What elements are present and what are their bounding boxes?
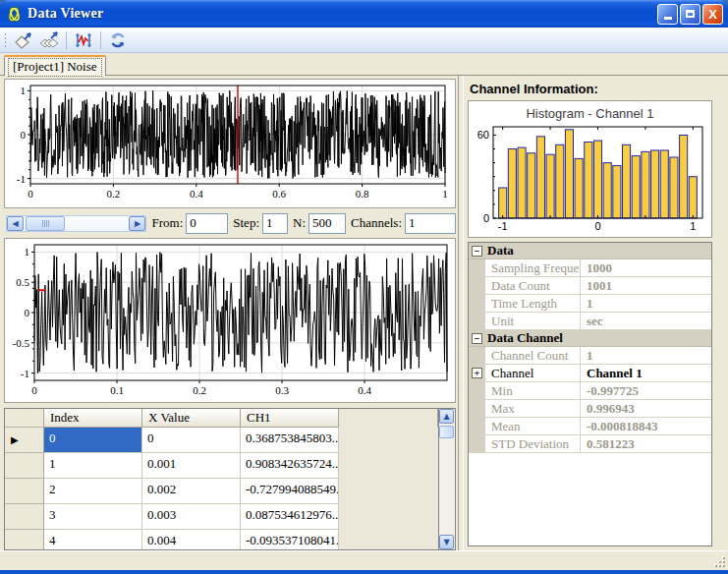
svg-text:-1: -1 — [21, 368, 29, 379]
row-filler — [339, 530, 438, 549]
table-row[interactable]: 40.004-0.093537108041... — [5, 530, 438, 549]
property-row-unit[interactable]: Unitsec — [469, 313, 711, 330]
signal-overview-canvas[interactable]: 00.20.40.60.8110-1 — [5, 80, 453, 205]
property-row-std-deviation[interactable]: STD Deviation0.581223 — [469, 435, 711, 453]
column-header-x-value[interactable]: X Value — [142, 409, 241, 428]
property-row-time-length[interactable]: Time Length1 — [469, 295, 711, 313]
step-input[interactable] — [262, 213, 288, 234]
signal-detail-plot[interactable]: 00.10.20.30.410.50-0.5-1 — [4, 238, 456, 403]
row-selector[interactable] — [5, 504, 44, 530]
channel-info-pane: Channel Information: Histogram - Channel… — [464, 76, 720, 550]
tab-project1-noise[interactable]: [Project1] Noise — [4, 55, 106, 76]
table-cell[interactable]: 4 — [44, 530, 142, 549]
data-grid: IndexX ValueCH1▶000.368753845803...10.00… — [5, 409, 438, 549]
table-row[interactable]: 20.002-0.727994088549... — [5, 479, 438, 504]
scroll-up-button[interactable]: ▲ — [439, 409, 454, 424]
svg-text:0: 0 — [31, 384, 37, 396]
diamond-arrow-icon — [14, 30, 33, 50]
maximize-button[interactable] — [680, 4, 700, 25]
table-cell[interactable]: 0.368753845803... — [241, 428, 339, 453]
table-scrollbar-thumb[interactable] — [439, 426, 454, 438]
signal-overview-plot[interactable]: 00.20.40.60.8110-1 — [4, 79, 456, 208]
signal-detail-canvas[interactable]: 00.10.20.30.410.50-0.5-1 — [5, 239, 453, 400]
histogram-title: Histogram - Channel 1 — [469, 101, 711, 123]
n-input[interactable] — [308, 213, 346, 234]
histogram-bar — [660, 150, 668, 218]
histogram-bar — [642, 151, 649, 218]
table-cell[interactable]: 0.002 — [142, 479, 241, 504]
scroll-left-button[interactable]: ◀ — [7, 216, 24, 231]
histogram-bar — [528, 153, 535, 218]
histogram-bar — [689, 177, 697, 218]
scrollbar-track[interactable] — [65, 216, 129, 231]
svg-text:0.2: 0.2 — [193, 384, 206, 396]
table-cell[interactable]: 1 — [44, 453, 142, 479]
collapse-icon[interactable]: − — [472, 333, 482, 344]
scroll-down-button[interactable]: ▼ — [439, 535, 454, 549]
histogram-bar — [593, 141, 601, 218]
row-selector[interactable] — [5, 479, 44, 504]
title-bar[interactable]: Data Viewer X — [0, 0, 728, 28]
property-value: 0.581223 — [581, 435, 711, 452]
expand-icon[interactable]: + — [472, 368, 482, 378]
row-selector-current[interactable]: ▶ — [5, 428, 44, 453]
close-button[interactable]: X — [702, 4, 723, 25]
view-plot-button[interactable] — [72, 29, 95, 51]
histogram-bar — [518, 147, 526, 218]
left-pane: 00.20.40.60.8110-1 ◀ ▶ From: Step: N: Ch… — [0, 76, 458, 550]
column-header-index[interactable]: Index — [44, 409, 142, 428]
property-row-channel[interactable]: +ChannelChannel 1 — [469, 365, 711, 382]
table-cell[interactable]: 0.087534612976... — [241, 504, 339, 530]
table-cell[interactable]: 0.004 — [142, 530, 241, 549]
channels-input[interactable] — [405, 213, 456, 234]
table-scrollbar-track[interactable] — [439, 438, 455, 535]
table-cell[interactable]: 0.908342635724... — [241, 453, 339, 479]
table-scrollbar[interactable]: ▲ ▼ — [438, 409, 455, 549]
table-row[interactable]: 30.0030.087534612976... — [5, 504, 438, 530]
table-row[interactable]: ▶000.368753845803... — [5, 428, 438, 453]
table-row[interactable]: 10.0010.908342635724... — [5, 453, 438, 479]
property-value: 1001 — [581, 277, 711, 294]
table-cell[interactable]: 0 — [142, 428, 241, 453]
data-window-scrollbar[interactable]: ◀ ▶ — [6, 215, 146, 232]
histogram-bar — [613, 165, 621, 218]
property-value: -0.997725 — [581, 382, 711, 399]
row-selector[interactable] — [5, 453, 44, 479]
property-value: Channel 1 — [581, 365, 711, 381]
table-corner-cell[interactable] — [5, 409, 44, 428]
svg-text:0.5: 0.5 — [16, 276, 29, 288]
table-cell[interactable]: 0.001 — [142, 453, 241, 479]
scrollbar-thumb[interactable] — [26, 216, 65, 231]
load-data-button[interactable] — [12, 29, 35, 51]
property-row-channel-count[interactable]: Channel Count1 — [469, 347, 711, 365]
scroll-right-button[interactable]: ▶ — [129, 216, 145, 231]
from-input[interactable] — [186, 213, 228, 234]
property-row-sampling-frequency[interactable]: Sampling Frequency1000 — [469, 259, 711, 277]
histogram-bar — [575, 158, 583, 218]
property-row-max[interactable]: Max0.996943 — [469, 400, 711, 418]
svg-text:0: 0 — [483, 212, 489, 224]
row-selector[interactable] — [5, 530, 44, 549]
tab-label: [Project1] Noise — [9, 59, 101, 76]
collapse-icon[interactable]: − — [472, 246, 482, 257]
property-group-data-channel[interactable]: −Data Channel — [469, 330, 711, 347]
toolbar-grip[interactable] — [4, 32, 7, 48]
resize-grip[interactable] — [713, 555, 725, 567]
table-cell[interactable]: 0 — [44, 428, 142, 453]
property-row-data-count[interactable]: Data Count1001 — [469, 277, 711, 295]
histogram-bar — [680, 135, 688, 218]
property-group-data[interactable]: −Data — [469, 243, 711, 259]
property-label: Unit — [485, 313, 581, 329]
minimize-button[interactable] — [657, 4, 678, 25]
table-cell[interactable]: -0.727994088549... — [241, 479, 339, 504]
load-multiple-data-button[interactable] — [37, 29, 61, 51]
column-header-ch1[interactable]: CH1 — [241, 409, 339, 428]
histogram-bar — [670, 157, 678, 218]
property-row-min[interactable]: Min-0.997725 — [469, 382, 711, 400]
table-cell[interactable]: -0.093537108041... — [241, 530, 339, 549]
property-row-mean[interactable]: Mean-0.000818843 — [469, 418, 711, 435]
refresh-data-button[interactable] — [106, 29, 130, 51]
table-cell[interactable]: 0.003 — [142, 504, 241, 530]
table-cell[interactable]: 3 — [44, 504, 142, 530]
table-cell[interactable]: 2 — [44, 479, 142, 504]
